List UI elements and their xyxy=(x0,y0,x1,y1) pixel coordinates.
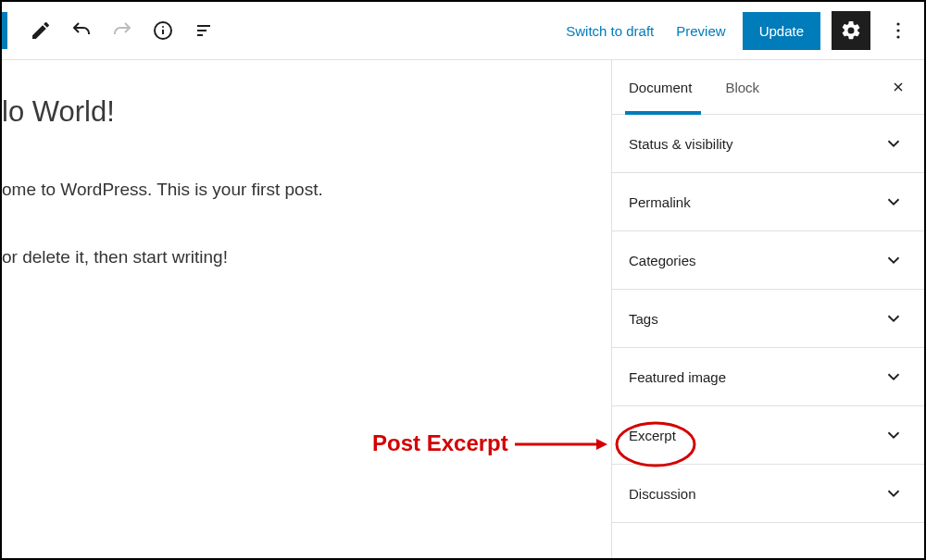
outline-icon[interactable] xyxy=(183,10,224,51)
edit-icon[interactable] xyxy=(20,10,61,51)
tab-block[interactable]: Block xyxy=(708,60,776,114)
svg-point-6 xyxy=(896,22,899,25)
post-paragraph[interactable]: ome to WordPress. This is your first pos… xyxy=(2,177,611,204)
panel-label: Featured image xyxy=(629,369,726,385)
panel-label: Categories xyxy=(629,253,696,268)
settings-gear-icon[interactable] xyxy=(832,11,870,50)
post-title[interactable]: lo World! xyxy=(2,95,611,129)
chevron-down-icon xyxy=(883,308,904,329)
post-paragraph[interactable]: or delete it, then start writing! xyxy=(2,244,611,271)
panel-discussion[interactable]: Discussion xyxy=(612,465,924,523)
redo-icon[interactable] xyxy=(102,10,143,51)
chevron-down-icon xyxy=(883,192,904,212)
svg-point-8 xyxy=(896,35,899,38)
chevron-down-icon xyxy=(883,425,904,445)
toggle-inserter-partial[interactable] xyxy=(2,12,7,49)
chevron-down-icon xyxy=(883,483,904,504)
preview-button[interactable]: Preview xyxy=(670,16,731,46)
svg-point-7 xyxy=(896,29,899,31)
panel-tags[interactable]: Tags xyxy=(612,290,924,348)
chevron-down-icon xyxy=(883,133,904,154)
panel-permalink[interactable]: Permalink xyxy=(612,173,924,231)
svg-point-2 xyxy=(162,26,164,28)
panel-categories[interactable]: Categories xyxy=(612,231,924,290)
info-icon[interactable] xyxy=(143,10,183,51)
tab-document[interactable]: Document xyxy=(612,60,708,114)
panel-status-visibility[interactable]: Status & visibility xyxy=(612,115,924,173)
toolbar-left xyxy=(2,10,224,51)
panel-label: Excerpt xyxy=(629,428,676,443)
panel-label: Tags xyxy=(629,311,658,327)
switch-to-draft-button[interactable]: Switch to draft xyxy=(560,16,659,46)
panel-label: Permalink xyxy=(629,194,691,210)
undo-icon[interactable] xyxy=(61,10,102,51)
panel-label: Status & visibility xyxy=(629,136,733,152)
more-menu-icon[interactable] xyxy=(882,11,915,50)
panel-featured-image[interactable]: Featured image xyxy=(612,348,924,406)
chevron-down-icon xyxy=(883,250,904,270)
close-sidebar-icon[interactable] xyxy=(885,74,911,100)
chevron-down-icon xyxy=(883,367,904,387)
editor-canvas[interactable]: lo World! ome to WordPress. This is your… xyxy=(2,60,611,559)
sidebar-tabs: Document Block xyxy=(612,60,924,115)
panel-label: Discussion xyxy=(629,486,696,502)
top-toolbar: Switch to draft Preview Update xyxy=(2,2,924,60)
update-button[interactable]: Update xyxy=(743,12,820,50)
toolbar-right: Switch to draft Preview Update xyxy=(560,11,915,50)
panel-excerpt[interactable]: Excerpt xyxy=(612,406,924,465)
settings-sidebar: Document Block Status & visibilityPermal… xyxy=(611,60,924,559)
